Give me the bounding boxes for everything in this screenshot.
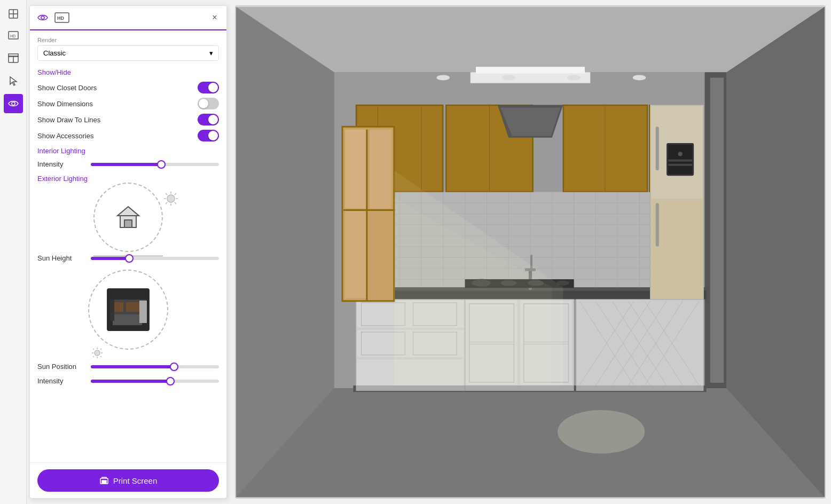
interior-intensity-label: Intensity: [37, 160, 85, 168]
toggle-draw-lines: Show Draw To Lines: [37, 114, 219, 125]
svg-rect-157: [576, 385, 704, 391]
print-label: Print Screen: [113, 476, 158, 485]
tool-sidebar: HD: [0, 0, 27, 504]
dimensions-label: Show Dimensions: [37, 100, 93, 108]
svg-point-31: [95, 350, 100, 356]
svg-line-21: [175, 202, 176, 204]
svg-marker-12: [117, 207, 139, 216]
draw-lines-label: Show Draw To Lines: [37, 116, 100, 124]
sun-height-label: Sun Height: [37, 254, 85, 262]
floor-plan-tool[interactable]: [4, 4, 23, 23]
render-label: Render: [37, 37, 219, 43]
svg-rect-50: [710, 77, 724, 382]
interior-lighting-label: Interior Lighting: [37, 147, 219, 155]
sun-height-track[interactable]: [91, 257, 219, 260]
svg-rect-136: [652, 200, 703, 298]
toggle-accessories: Show Accessories: [37, 130, 219, 141]
svg-point-153: [558, 410, 645, 454]
render-section: Render Classic ▾: [37, 37, 219, 61]
print-screen-button[interactable]: Print Screen: [37, 469, 219, 492]
viewport: [235, 5, 826, 499]
cursor-tool[interactable]: [4, 72, 23, 91]
render-2d-tool[interactable]: HD: [4, 27, 23, 46]
panel-header: HD ×: [30, 6, 226, 30]
svg-line-36: [93, 349, 94, 350]
render-select[interactable]: Classic ▾: [37, 45, 219, 61]
cabinet-tool[interactable]: [4, 49, 23, 68]
svg-point-8: [12, 102, 15, 105]
accessories-label: Show Accessories: [37, 132, 94, 140]
svg-rect-123: [576, 300, 704, 387]
svg-point-141: [678, 152, 683, 156]
svg-text:HD: HD: [57, 15, 64, 21]
render-value: Classic: [43, 49, 66, 57]
svg-text:HD: HD: [10, 34, 15, 38]
svg-rect-148: [370, 211, 391, 298]
svg-line-37: [100, 356, 101, 357]
svg-point-9: [41, 16, 44, 19]
panel-footer: Print Screen: [30, 462, 226, 498]
svg-rect-30: [139, 301, 147, 323]
sun-diagram-icon: [163, 191, 179, 209]
svg-point-54: [502, 75, 515, 80]
svg-rect-67: [564, 106, 646, 191]
svg-rect-155: [356, 385, 465, 391]
svg-rect-138: [656, 203, 659, 247]
svg-line-38: [100, 349, 101, 350]
svg-rect-156: [465, 385, 574, 391]
svg-rect-29: [110, 300, 114, 321]
closet-doors-toggle[interactable]: [198, 82, 219, 93]
sun-height-diagram: [37, 188, 219, 247]
svg-rect-28: [113, 314, 142, 325]
svg-rect-142: [668, 160, 692, 162]
panel-body: Render Classic ▾ Show/Hide Show Closet D…: [30, 30, 226, 462]
sun-height-circle: [93, 183, 163, 252]
closet-doors-label: Show Closet Doors: [37, 84, 97, 92]
dimensions-toggle[interactable]: [198, 98, 219, 109]
svg-line-20: [166, 193, 167, 195]
main-container: HD: [0, 0, 831, 504]
chevron-down-icon: ▾: [209, 49, 213, 57]
svg-rect-147: [345, 211, 367, 298]
exterior-intensity-row: Intensity: [37, 377, 219, 385]
svg-point-15: [167, 195, 175, 202]
show-hide-label: Show/Hide: [37, 68, 219, 76]
sun-position-track[interactable]: [91, 365, 219, 368]
svg-rect-137: [656, 127, 659, 170]
sun-position-icon: [91, 346, 104, 361]
svg-point-56: [633, 75, 646, 80]
sun-position-diagram: [37, 270, 219, 350]
svg-rect-143: [668, 164, 692, 166]
view-panel: HD × Render Classic ▾ Show/Hide Show Clo…: [29, 5, 227, 499]
close-button[interactable]: ×: [208, 11, 221, 24]
accessories-toggle[interactable]: [198, 130, 219, 141]
draw-lines-toggle[interactable]: [198, 114, 219, 125]
exterior-intensity-label: Intensity: [37, 377, 85, 385]
svg-rect-146: [370, 129, 391, 208]
exterior-lighting-label: Exterior Lighting: [37, 175, 219, 183]
toggle-dimensions: Show Dimensions: [37, 98, 219, 109]
sun-height-row: Sun Height: [37, 254, 219, 262]
svg-rect-14: [124, 220, 132, 227]
svg-line-39: [93, 356, 94, 357]
svg-rect-52: [476, 67, 585, 73]
room-preview: [107, 288, 150, 331]
sun-position-row: Sun Position: [37, 363, 219, 371]
svg-point-55: [567, 75, 580, 80]
svg-rect-145: [345, 129, 367, 208]
view-tool[interactable]: [4, 94, 23, 113]
sun-position-label: Sun Position: [37, 363, 85, 371]
exterior-intensity-track[interactable]: [91, 380, 219, 383]
interior-intensity-row: Intensity: [37, 160, 219, 168]
interior-intensity-track[interactable]: [91, 163, 219, 166]
svg-rect-41: [102, 481, 106, 483]
sun-position-circle: [88, 270, 168, 350]
svg-marker-46: [236, 388, 825, 497]
svg-point-53: [436, 75, 449, 80]
svg-line-23: [166, 202, 167, 204]
toggle-closet-doors: Show Closet Doors: [37, 82, 219, 93]
svg-line-22: [175, 193, 176, 195]
kitchen-render-svg: [236, 6, 825, 498]
hd-tab-icon[interactable]: HD: [54, 10, 69, 25]
eye-tab-icon[interactable]: [35, 10, 50, 25]
